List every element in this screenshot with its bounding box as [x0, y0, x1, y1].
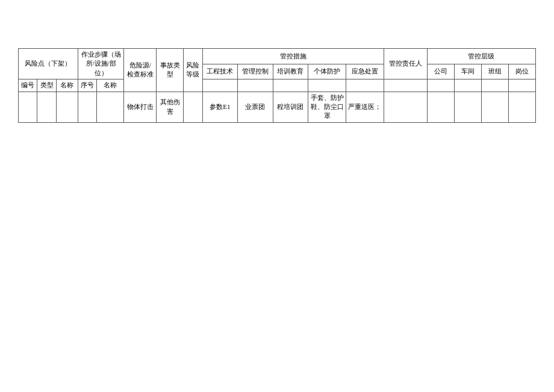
workshop-sub [454, 79, 481, 92]
control-measures-header: 管控措施 [202, 49, 384, 64]
cell-team [481, 92, 508, 122]
post-sub [508, 79, 535, 92]
accident-type-header: 事故类型 [157, 49, 184, 92]
cell-training: 程培训团 [273, 92, 308, 122]
cell-workshop [454, 92, 481, 122]
control-responsible-header: 管控责任人 [384, 49, 427, 79]
number-header: 编号 [19, 79, 37, 92]
name-header: 名称 [56, 79, 78, 92]
cell-accident: 其他伤害 [157, 92, 184, 122]
cell-responsible [384, 92, 427, 122]
training-header: 培训教育 [273, 64, 308, 79]
cell-post [508, 92, 535, 122]
cell-company [427, 92, 454, 122]
seq-header: 序号 [78, 79, 96, 92]
cell-management: 业票团 [238, 92, 273, 122]
team-sub [481, 79, 508, 92]
risk-table: 风险点（下架） 作业步骤（场所/设施/部位） 危险源/检查标准 事故类型 风险等… [18, 48, 536, 123]
responsible-sub [384, 79, 427, 92]
cell-risk-level [184, 92, 202, 122]
cell-number [19, 92, 37, 122]
emergency-header: 应急处置 [346, 64, 384, 79]
management-header: 管理控制 [238, 64, 273, 79]
work-step-header: 作业步骤（场所/设施/部位） [78, 49, 123, 79]
hazard-source-header: 危险源/检查标准 [124, 49, 157, 92]
risk-point-header: 风险点（下架） [19, 49, 78, 79]
company-header: 公司 [427, 64, 454, 79]
cell-seq [78, 92, 96, 122]
training-sub [273, 79, 308, 92]
engineering-sub [202, 79, 237, 92]
engineering-header: 工程技术 [202, 64, 237, 79]
risk-level-header: 风险等级 [184, 49, 202, 92]
team-header: 班组 [481, 64, 508, 79]
personal-sub [308, 79, 346, 92]
table-row: 物体打击 其他伤害 参数E1 业票团 程培训团 手套、防护鞋、防尘口罩 严重送医… [19, 92, 536, 122]
page-container: 风险点（下架） 作业步骤（场所/设施/部位） 危险源/检查标准 事故类型 风险等… [0, 0, 554, 147]
header-row-3: 编号 类型 名称 序号 名称 [19, 79, 536, 92]
step-name-header: 名称 [97, 79, 124, 92]
emergency-sub [346, 79, 384, 92]
type-header: 类型 [37, 79, 56, 92]
cell-emergency: 严重送医； [346, 92, 384, 122]
cell-personal: 手套、防护鞋、防尘口罩 [308, 92, 346, 122]
workshop-header: 车间 [454, 64, 481, 79]
control-level-header: 管控层级 [427, 49, 535, 64]
cell-engineering: 参数E1 [202, 92, 237, 122]
cell-type [37, 92, 56, 122]
header-row-1: 风险点（下架） 作业步骤（场所/设施/部位） 危险源/检查标准 事故类型 风险等… [19, 49, 536, 64]
cell-name [56, 92, 78, 122]
management-sub [238, 79, 273, 92]
cell-hazard: 物体打击 [124, 92, 157, 122]
personal-header: 个体防护 [308, 64, 346, 79]
cell-step-name [97, 92, 124, 122]
post-header: 岗位 [508, 64, 535, 79]
company-sub [427, 79, 454, 92]
